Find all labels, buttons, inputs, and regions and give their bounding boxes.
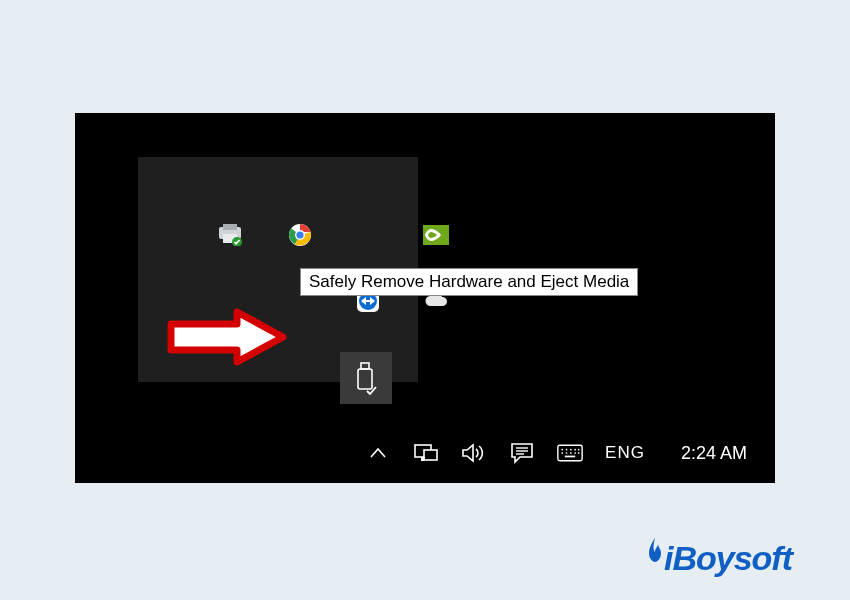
screenshot-region: Safely Remove Hardware and Eject Media (75, 113, 775, 483)
svg-point-19 (561, 449, 563, 451)
printer-status-icon[interactable] (216, 221, 244, 249)
svg-point-24 (561, 452, 563, 454)
action-center-icon[interactable] (509, 440, 535, 466)
svg-point-6 (296, 231, 303, 238)
volume-icon[interactable] (461, 440, 487, 466)
svg-point-21 (570, 449, 572, 451)
network-icon[interactable] (413, 440, 439, 466)
nvidia-icon[interactable] (422, 221, 450, 249)
svg-point-20 (566, 449, 568, 451)
watermark-logo: iBoysoft (646, 539, 792, 578)
clock[interactable]: 2:24 AM (681, 443, 747, 464)
svg-point-26 (570, 452, 572, 454)
svg-point-23 (578, 449, 580, 451)
safely-remove-hardware-icon[interactable] (340, 352, 392, 404)
annotation-arrow (167, 308, 287, 366)
svg-point-22 (574, 449, 576, 451)
svg-point-27 (574, 452, 576, 454)
touch-keyboard-icon[interactable] (557, 440, 583, 466)
tooltip-safely-remove: Safely Remove Hardware and Eject Media (300, 268, 638, 296)
language-indicator[interactable]: ENG (605, 443, 645, 463)
flame-icon (646, 538, 664, 570)
show-hidden-icons-chevron[interactable] (365, 440, 391, 466)
svg-rect-29 (565, 456, 575, 458)
svg-point-28 (578, 452, 580, 454)
svg-rect-11 (358, 369, 372, 389)
svg-rect-13 (424, 450, 437, 460)
svg-rect-14 (421, 457, 425, 461)
svg-rect-2 (223, 224, 237, 230)
chrome-icon[interactable] (286, 221, 314, 249)
svg-rect-10 (361, 363, 369, 369)
taskbar: ENG 2:24 AM (75, 423, 775, 483)
svg-point-25 (566, 452, 568, 454)
